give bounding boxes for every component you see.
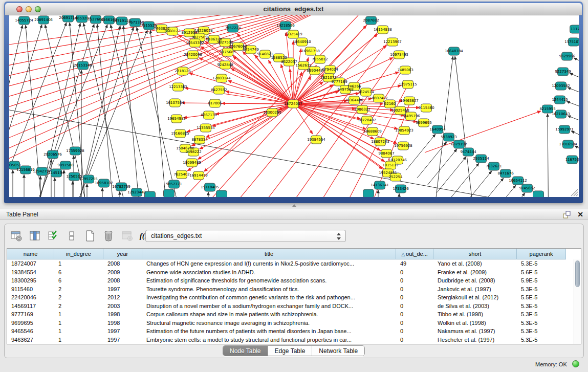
column-header-title[interactable]: title [142,249,396,259]
table-cell: 0 [396,285,433,294]
table-cell: 1 [54,327,103,336]
table-cell: 0 [396,319,433,327]
column-header-year[interactable]: year [103,249,142,259]
graph-node-label: 15751074 [564,40,579,44]
tab-network-table[interactable]: Network Table [312,346,364,356]
table-cell: Nakamura et al. (1997) [433,327,517,336]
graph-node[interactable] [164,189,175,197]
graph-node-label: 10973493 [390,53,408,57]
graph-node-label: 20153346 [74,63,92,68]
graph-node-label: 13325419 [284,32,302,36]
table-row[interactable]: 946362711997Embryonic stem cells: a mode… [7,336,574,344]
graph-node-label: 12213363 [169,85,187,89]
table-cell: 5.9E-5 [517,276,566,285]
graph-node[interactable] [533,191,544,197]
table-settings-button[interactable] [10,229,23,243]
graph-edge [62,30,147,197]
column-check-button[interactable] [47,229,60,243]
network-view-window: citations_edges.txt 14055724208914062069… [4,2,583,203]
graph-edge [495,193,525,197]
table-cell: 18724007 [7,259,54,268]
table-cell: 2003 [103,302,142,311]
graph-node[interactable] [363,189,374,197]
graph-node-label: 8471676 [497,171,514,176]
graph-node-label: 935051 [9,163,21,167]
network-canvas[interactable]: 1405572420891406206917141065328715276026… [9,15,579,197]
graph-edge [222,103,293,104]
column-header-pagerank[interactable]: pagerank [517,249,566,259]
table-cell: 1 [54,310,103,319]
tab-edge-table[interactable]: Edge Table [268,346,313,356]
window-titlebar[interactable]: citations_edges.txt [5,3,582,15]
table-cell: 5.3E-5 [517,319,566,327]
graph-node-label: 12213967 [383,40,402,44]
close-panel-icon[interactable]: ✕ [576,210,584,219]
graph-node-label: 19524851 [379,171,397,175]
graph-node-label: 2718126 [175,69,191,73]
table-cell: Estimation of significance thresholds fo… [142,276,396,285]
table-cell: 0 [396,293,433,302]
graph-node-label: 15992971 [555,127,574,132]
table-cell: 1 [54,336,103,344]
table-row[interactable]: 1830029562008Estimation of significance … [7,276,574,285]
graph-node-label: 3624574 [358,90,374,94]
table-cell: Disruption of a novel member of a sodium… [142,302,396,311]
column-header-short[interactable]: short [433,249,517,259]
column-header-in_degree[interactable]: in_degree [54,249,103,259]
graph-node-label: 1015112 [382,163,398,167]
cells-button[interactable] [65,229,78,243]
graph-edge [9,15,348,94]
graph-node[interactable] [145,191,156,197]
graph-node[interactable] [216,190,227,197]
graph-edge [548,114,549,197]
new-document-button[interactable] [83,229,97,243]
column-header-name[interactable]: name [7,249,54,259]
graph-node-label: 5938923 [441,135,456,139]
float-panel-icon[interactable] [563,211,571,218]
table-row[interactable]: 977716911998Corpus callosum shape and si… [7,310,574,319]
panel-resize-handle[interactable] [291,204,296,208]
graph-node-label: 19854923 [395,128,413,133]
graph-node-label: 19384554 [307,138,325,142]
graph-node-label: 19463627 [400,99,419,103]
memory-status-indicator[interactable] [572,360,579,367]
graph-node-label: 7625402 [173,172,189,177]
table-cell: 6 [54,276,103,285]
column-header-out_de[interactable]: △out_de... [396,249,433,259]
delete-table-button-disabled[interactable] [120,229,134,243]
graph-node-label: 9227349 [555,70,571,74]
table-row[interactable]: 969969511998Structural magnetic resonanc… [7,319,574,327]
tab-node-table[interactable]: Node Table [223,346,268,356]
table-cell: Changes of HCN gene expression and I(f) … [142,259,396,268]
network-canvas-svg: 1405572420891406206917141065328715276026… [9,15,579,197]
table-row[interactable]: 911546021997Tourette syndrome. Phenomeno… [7,285,574,294]
graph-edge [570,73,579,84]
table-row[interactable]: 1456911722003Disruption of a novel membe… [7,302,574,311]
graph-node-label: 19166825 [171,132,189,136]
table-row[interactable]: 2242004622012Investigating the contribut… [7,293,574,302]
graph-edge [293,104,398,129]
table-cell: 2008 [103,276,142,285]
table-cell: Structural magnetic resonance image aver… [142,319,396,327]
network-table-select[interactable]: citations_edges.txt [145,230,346,242]
table-header-row: namein_degreeyeartitle△out_de...shortpag… [7,249,581,259]
trash-button[interactable] [102,229,115,243]
table-scrollbar-thumb[interactable] [575,260,580,287]
table-toolbar: f(x) [10,229,152,243]
memory-status-label: Memory: OK [535,361,567,367]
table-cell: Genome-wide association studies in ADHD. [142,268,396,277]
table-row[interactable]: 1938455462009Genome-wide association stu… [7,268,574,277]
table-row[interactable]: 1872400712008Changes of HCN gene express… [7,259,574,268]
canvas-resize-grip[interactable] [571,189,578,196]
table-row[interactable]: 946554611997Estimation of the future num… [7,327,574,336]
graph-node-label: 9242848 [217,63,233,67]
table-cell: Estimation of the future numbers of pati… [142,327,396,336]
graph-edge [212,104,293,126]
select-columns-button[interactable] [28,229,41,243]
table-scrollbar[interactable] [574,259,581,344]
graph-node-label: 9329966 [559,54,575,58]
graph-node-label: 817006 [208,101,222,105]
graph-node-label: 7955812 [312,57,328,61]
graph-node-label: 1640954 [429,127,446,132]
table-cell: 19384554 [7,268,54,277]
